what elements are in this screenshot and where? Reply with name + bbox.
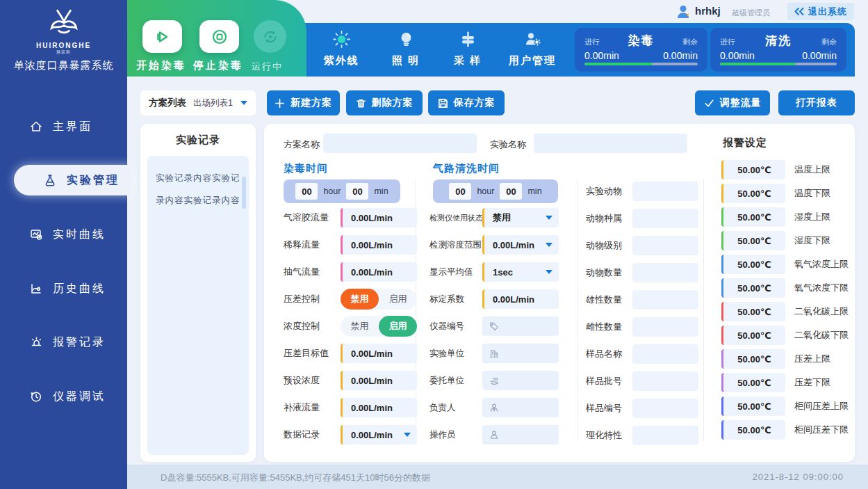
form-row: 雄性数量 bbox=[586, 290, 701, 310]
delete-plan-button[interactable]: 删除方案 bbox=[346, 90, 423, 115]
alarm-limit-label: 二氧化碳上限 bbox=[794, 305, 849, 318]
text-input[interactable] bbox=[632, 182, 698, 201]
delete-plan-label: 删除方案 bbox=[372, 97, 413, 109]
min-unit-label: min bbox=[374, 186, 388, 196]
experiment-unit-input[interactable] bbox=[482, 344, 559, 363]
instrument-number-input[interactable] bbox=[482, 316, 559, 336]
toggle-option-enable[interactable]: 启用 bbox=[379, 289, 417, 310]
start-exposure-button[interactable] bbox=[142, 20, 182, 53]
exhaust-flow-input[interactable]: 0.00L/min bbox=[341, 262, 417, 282]
sidebar-item-realtime-curve[interactable]: 实时曲线 bbox=[0, 219, 127, 250]
alarm-limit-input[interactable]: 50.00℃ bbox=[721, 207, 785, 227]
refill-flow-input[interactable]: 0.00L/min bbox=[341, 398, 417, 417]
new-plan-button[interactable]: 新建方案 bbox=[267, 90, 340, 115]
display-average-select[interactable]: 1sec bbox=[482, 262, 559, 282]
entrust-unit-input[interactable] bbox=[482, 371, 559, 390]
pressure-control-toggle[interactable]: 禁用 启用 bbox=[341, 289, 417, 310]
text-input[interactable] bbox=[632, 236, 698, 255]
alarm-limit-input[interactable]: 50.00℃ bbox=[721, 184, 785, 203]
text-input[interactable] bbox=[632, 263, 698, 282]
poison-remain-value: 0.00min bbox=[663, 50, 698, 61]
tag-icon bbox=[489, 321, 499, 331]
clean-time-spinner[interactable]: 00 hour 00 min bbox=[433, 179, 558, 203]
alarm-limit-input[interactable]: 50.00℃ bbox=[721, 396, 785, 416]
form-row: 动物种属 bbox=[586, 209, 701, 228]
sidebar-item-history-curve[interactable]: 历史曲线 bbox=[0, 273, 127, 304]
alarm-row: 50.00℃ 温度上限 bbox=[721, 160, 849, 179]
field-label: 预设浓度 bbox=[284, 374, 341, 387]
sidebar-item-alarm-records[interactable]: 报警记录 bbox=[0, 327, 127, 358]
concentration-control-toggle[interactable]: 禁用 启用 bbox=[341, 316, 417, 337]
poison-hour-input[interactable]: 00 bbox=[295, 183, 318, 200]
toggle-option-enable[interactable]: 启用 bbox=[379, 316, 417, 337]
text-input[interactable] bbox=[632, 371, 698, 391]
records-scrollbar[interactable] bbox=[242, 177, 246, 209]
text-input[interactable] bbox=[632, 344, 698, 364]
adjust-flow-button[interactable]: 调整流量 bbox=[695, 90, 770, 115]
preset-concentration-input[interactable]: 0.00L/min bbox=[341, 371, 417, 390]
clean-hour-input[interactable]: 00 bbox=[449, 183, 471, 200]
aerosol-flow-input[interactable]: 0.00L/min bbox=[341, 208, 417, 227]
logout-button[interactable]: 退出系统 bbox=[787, 3, 854, 20]
alarm-limit-input[interactable]: 50.00℃ bbox=[721, 326, 785, 345]
alarm-limit-input[interactable]: 50.00℃ bbox=[721, 302, 785, 321]
clean-progress-bar bbox=[720, 63, 837, 65]
alarm-limit-input[interactable]: 50.00℃ bbox=[721, 349, 785, 369]
datetime: 2021-8-12 09:00:00 bbox=[753, 472, 844, 482]
text-input[interactable] bbox=[632, 317, 698, 337]
play-icon bbox=[154, 28, 172, 46]
alarm-row: 50.00℃ 柜间压差上限 bbox=[721, 396, 849, 416]
alarm-row: 50.00℃ 压差下限 bbox=[721, 373, 849, 392]
trash-icon bbox=[356, 98, 366, 109]
data-record-select[interactable]: 0.00L/min bbox=[341, 425, 417, 444]
open-report-button[interactable]: 打开报表 bbox=[778, 90, 855, 115]
plan-name-input[interactable] bbox=[323, 134, 477, 153]
field-label: 数据记录 bbox=[284, 428, 341, 441]
alarm-icon bbox=[29, 335, 43, 349]
sidebar-item-experiment[interactable]: 实验管理 bbox=[14, 165, 132, 195]
running-status-button[interactable] bbox=[254, 20, 286, 53]
alarm-limit-input[interactable]: 50.00℃ bbox=[721, 420, 785, 440]
plan-name-label: 方案名称 bbox=[284, 138, 320, 151]
chevron-down-icon bbox=[404, 433, 411, 437]
operator-input[interactable] bbox=[482, 425, 559, 444]
alarm-row: 50.00℃ 温度下限 bbox=[721, 184, 849, 203]
user-management-button[interactable]: 用户管理 bbox=[494, 30, 571, 67]
sidebar-item-instrument-debug[interactable]: 仪器调试 bbox=[0, 381, 127, 412]
sidebar-item-label: 实验管理 bbox=[67, 173, 120, 188]
person-in-charge-input[interactable] bbox=[482, 398, 559, 417]
remain-label: 剩余 bbox=[682, 37, 698, 47]
plan-list-select[interactable]: 方案列表 出场列表1 bbox=[140, 90, 256, 115]
alarm-limit-input[interactable]: 50.00℃ bbox=[721, 278, 785, 298]
toggle-option-disable[interactable]: 禁用 bbox=[341, 316, 379, 337]
toggle-option-disable[interactable]: 禁用 bbox=[341, 289, 379, 310]
text-input[interactable] bbox=[632, 290, 698, 310]
poison-progress-bar bbox=[584, 63, 698, 65]
dilution-flow-input[interactable]: 0.00L/min bbox=[341, 235, 417, 255]
experiment-name-input[interactable] bbox=[534, 134, 687, 153]
save-plan-label: 保存方案 bbox=[454, 97, 496, 109]
new-plan-label: 新建方案 bbox=[290, 97, 332, 109]
poison-time-spinner[interactable]: 00 hour 00 min bbox=[284, 179, 400, 203]
sidebar-item-home[interactable]: 主界面 bbox=[0, 111, 127, 142]
pressure-target-input[interactable]: 0.00L/min bbox=[341, 344, 417, 363]
calibration-factor-input[interactable]: 0.00L/min bbox=[482, 289, 559, 309]
poison-min-input[interactable]: 00 bbox=[346, 183, 368, 200]
alarm-limit-input[interactable]: 50.00℃ bbox=[721, 231, 785, 250]
save-plan-button[interactable]: 保存方案 bbox=[428, 90, 505, 115]
text-input[interactable] bbox=[632, 399, 698, 418]
stop-exposure-button[interactable] bbox=[199, 20, 239, 53]
text-input[interactable] bbox=[632, 209, 698, 228]
alarm-limit-input[interactable]: 50.00℃ bbox=[721, 160, 785, 179]
text-input[interactable] bbox=[632, 426, 698, 445]
clean-min-input[interactable]: 00 bbox=[500, 183, 522, 200]
alarm-limit-input[interactable]: 50.00℃ bbox=[721, 373, 785, 392]
logout-arrow-icon bbox=[794, 8, 804, 16]
start-exposure-label: 开始染毒 bbox=[136, 59, 186, 72]
records-list[interactable]: 实验记录内容实验记录内容实验记录内容 bbox=[147, 156, 249, 455]
detection-range-select[interactable]: 0.00L/min bbox=[482, 235, 559, 255]
field-label: 动物种属 bbox=[586, 212, 628, 225]
detector-status-select[interactable]: 禁用 bbox=[482, 208, 559, 227]
status-bar: D盘容量:5555KB,可用容量:5455KB,约可存储451天10时56分的数… bbox=[127, 465, 868, 489]
alarm-limit-input[interactable]: 50.00℃ bbox=[721, 255, 785, 274]
